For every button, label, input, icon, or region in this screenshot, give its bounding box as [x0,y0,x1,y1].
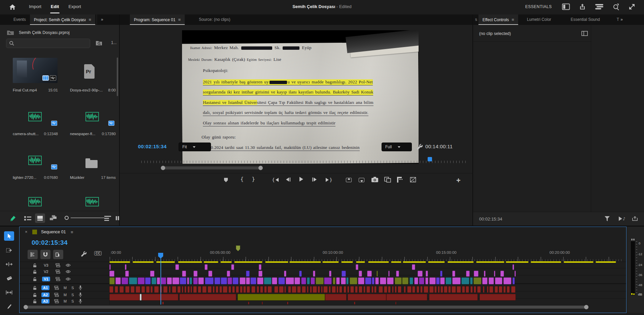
linked-selection-button[interactable] [53,250,63,259]
bin-item-project-icon[interactable]: Pr [84,64,95,79]
timeline-clip[interactable] [341,277,346,284]
timeline-clip[interactable] [260,286,263,293]
timeline-clip[interactable] [452,286,456,293]
timeline-clip[interactable] [365,277,371,284]
audio-waveform-icon[interactable] [28,156,42,165]
timeline-clip[interactable] [246,271,249,277]
timeline-clip[interactable] [396,271,399,277]
timeline-clip[interactable] [311,277,315,284]
solo-button[interactable]: S [71,299,74,303]
timeline-clip[interactable] [448,261,474,263]
timeline-clip[interactable] [289,261,321,263]
timeline-clip[interactable] [193,286,197,293]
workspace-panel-icon[interactable] [562,3,570,10]
sync-lock-icon[interactable] [54,299,59,303]
timeline-clip[interactable] [129,277,137,284]
timeline-clip[interactable] [457,286,461,293]
timeline-clip[interactable] [119,286,124,293]
timeline-clip[interactable] [402,277,408,284]
timeline-clip[interactable] [141,286,145,293]
timeline-clip[interactable] [336,277,340,284]
timeline-clip[interactable] [240,286,242,293]
program-scrollbar-handle-left[interactable] [161,166,165,170]
timeline-clip[interactable] [221,277,227,284]
timeline-clip[interactable] [178,261,202,263]
timeline-clip[interactable] [346,277,349,284]
timeline-clip[interactable] [115,286,118,293]
timeline-clip[interactable] [177,286,181,293]
solo-button[interactable]: S [71,286,74,290]
timeline-clip[interactable] [474,271,478,277]
timeline-clip[interactable] [259,264,261,270]
timeline-clip[interactable] [138,277,144,284]
timeline-clip[interactable] [302,286,306,293]
timeline-clip[interactable] [420,286,422,293]
menu-import[interactable]: Import [24,0,46,14]
timeline-clip[interactable] [301,277,307,284]
timeline-clip[interactable] [227,277,232,284]
timeline-clip[interactable] [466,286,469,293]
tab-essential-sound[interactable]: Essential Sound [567,14,604,25]
timeline-clip[interactable] [395,286,397,293]
timeline-clip[interactable] [231,264,234,270]
timeline-clip[interactable] [359,271,362,277]
timeline-clip[interactable] [440,271,442,277]
track-target-a3[interactable]: A3 [41,299,49,304]
timeline-clip[interactable] [407,286,412,293]
timeline-clip[interactable] [350,286,354,293]
lift-button[interactable] [346,178,352,182]
filter-icon[interactable] [604,216,610,222]
timeline-clip[interactable] [121,277,128,284]
timeline-clip[interactable] [109,294,140,301]
timeline-clip[interactable] [299,271,302,277]
track-visibility-eye-icon[interactable] [66,277,71,281]
timeline-clip[interactable] [234,261,262,263]
timeline-clip[interactable] [375,277,379,284]
workspace-label[interactable]: ESSENTIALS [525,4,552,9]
resolution-dropdown[interactable]: Full [382,143,412,151]
timeline-clip[interactable] [487,286,489,293]
timeline-clip[interactable] [182,271,186,277]
pen-tool[interactable] [4,302,14,311]
timeline-clip[interactable] [445,277,452,284]
play-audio-only-icon[interactable]: ♪ [618,216,626,221]
timeline-clip[interactable] [307,286,309,293]
track-select-forward-tool[interactable] [4,245,14,255]
timeline-clip[interactable] [109,271,114,277]
program-playhead-handle[interactable] [428,157,432,161]
timeline-clip[interactable] [348,294,386,301]
timeline-clip[interactable] [184,286,187,293]
export-frame-button[interactable] [371,177,378,182]
timeline-clip[interactable] [109,286,113,293]
timeline-clip[interactable] [115,277,121,284]
program-timecode[interactable]: 00:02:15:34 [138,144,167,149]
timeline-clip[interactable] [425,277,429,284]
timeline-clip[interactable] [250,277,256,284]
timeline-clip[interactable] [366,286,370,293]
timeline-clip[interactable] [288,286,291,293]
timeline-clip[interactable] [494,271,495,277]
tab-source[interactable]: Source: (no clips) [195,14,234,25]
selection-tool[interactable] [4,231,14,241]
timeline-clip[interactable] [374,286,377,293]
add-button[interactable]: + [456,176,461,185]
timeline-clip[interactable] [313,286,317,293]
search-bin-icon[interactable] [96,40,102,46]
panel-menu-icon[interactable]: ≡ [88,17,91,22]
extract-button[interactable] [359,178,364,182]
timeline-clip[interactable] [391,261,401,263]
panel-menu-icon[interactable]: ≡ [511,17,514,22]
timeline-ruler[interactable]: :00:00 00:05:00:00 00:10:00:00 00:15:00:… [110,249,624,262]
timeline-clip[interactable] [247,286,250,293]
timeline-clip[interactable] [347,286,349,293]
timeline-clip[interactable] [470,277,473,284]
timeline-clip[interactable] [495,277,502,284]
timeline-clip[interactable] [321,286,323,293]
mark-in-button[interactable]: { [240,176,244,182]
timeline-clip[interactable] [125,286,129,293]
timeline-clip[interactable] [267,286,272,293]
tab-fragment-right[interactable]: T [613,14,620,25]
fullscreen-icon[interactable] [629,3,635,10]
timeline-clip[interactable] [499,286,502,293]
timeline-clip[interactable] [286,277,294,284]
